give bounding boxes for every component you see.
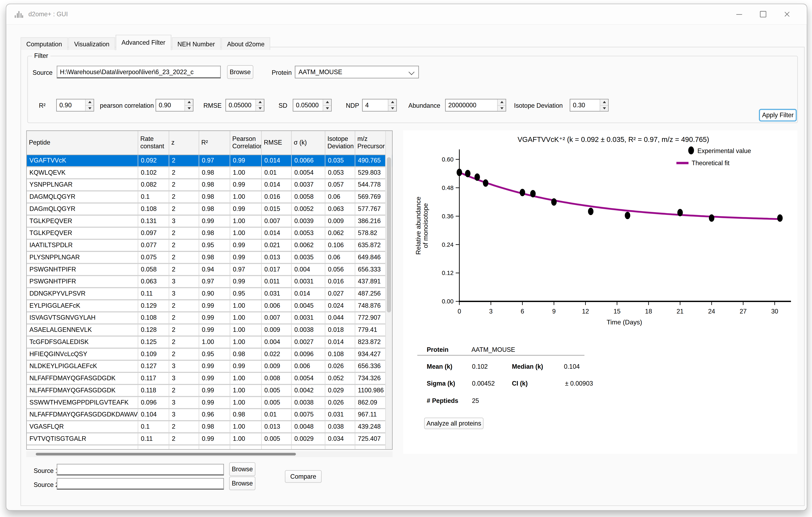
table-cell: 0.1 <box>138 421 169 432</box>
spin-down-icon[interactable] <box>600 106 608 111</box>
analyze-all-proteins-button[interactable]: Analyze all proteins <box>424 417 484 429</box>
table-cell: 2 <box>169 203 199 215</box>
table-cell: 487.256 <box>355 288 387 299</box>
table-row[interactable]: VGASFLQR0.120.981.000.0130.00480.038439.… <box>27 421 392 433</box>
table-cell: 0.022 <box>262 349 292 360</box>
table-row[interactable]: HFIEQGINVcLcQSY0.10920.950.980.0220.0096… <box>27 349 392 361</box>
source1-browse-button[interactable]: Browse <box>229 462 255 476</box>
svg-text:0.36: 0.36 <box>442 213 454 220</box>
spin-down-icon[interactable] <box>498 106 505 111</box>
table-row[interactable]: EYLPIGGLAEFcK0.12920.991.000.0060.00450.… <box>27 300 392 312</box>
table-vertical-scrollbar[interactable] <box>385 131 392 449</box>
table-row[interactable]: PSWGNHTPIFR0.05820.940.970.0170.0040.056… <box>27 264 392 276</box>
table-cell: 0.096 <box>138 397 169 408</box>
spin-up-icon[interactable] <box>86 100 93 106</box>
spin-up-icon[interactable] <box>323 100 331 106</box>
protein-combobox[interactable]: AATM_MOUSE <box>295 66 419 78</box>
column-header[interactable]: RMSE <box>262 131 292 155</box>
table-cell: 0.0038 <box>292 397 325 408</box>
tab-about-d2ome[interactable]: About d2ome <box>221 37 270 50</box>
table-row[interactable]: PLYSNPPLNGAR0.07520.980.990.0130.00350.0… <box>27 252 392 264</box>
r2-spinner[interactable]: 0.90 <box>56 99 94 111</box>
spin-up-icon[interactable] <box>185 100 193 106</box>
tab-computation[interactable]: Computation <box>21 37 68 50</box>
minimize-button[interactable] <box>727 4 751 24</box>
spin-up-icon[interactable] <box>600 100 608 106</box>
column-header[interactable]: z <box>169 131 199 155</box>
apply-filter-button[interactable]: Apply Filter <box>759 109 797 121</box>
column-header[interactable]: m/z Precursor <box>355 131 387 155</box>
table-cell: 0.98 <box>199 421 230 432</box>
source1-input[interactable] <box>57 464 224 475</box>
table-row[interactable]: ASAELALGENNEVLK0.12820.991.000.0090.0038… <box>27 324 392 336</box>
pearson-spinner[interactable]: 0.90 <box>155 99 194 111</box>
spin-up-icon[interactable] <box>388 100 396 106</box>
maximize-button[interactable] <box>751 4 775 24</box>
source-input[interactable] <box>57 66 221 78</box>
table-cell: 1.00 <box>230 421 262 432</box>
scrollbar-thumb[interactable] <box>36 453 296 456</box>
table-cell: 0.031 <box>325 409 355 420</box>
spin-up-icon[interactable] <box>498 100 505 106</box>
table-row[interactable]: DDNGKPYVLPSVR0.1130.900.950.0310.0140.02… <box>27 288 392 300</box>
ndp-spinner[interactable]: 4 <box>362 99 397 111</box>
table-horizontal-scrollbar[interactable] <box>26 451 393 457</box>
source2-browse-button[interactable]: Browse <box>229 477 255 490</box>
rmse-spinner[interactable]: 0.05000 <box>225 99 264 111</box>
table-row[interactable]: VGAFTVVcK0.09220.970.990.0140.00660.0354… <box>27 155 392 167</box>
chevron-down-icon <box>409 69 414 75</box>
table-row[interactable]: ISVAGVTSGNVGYLAH0.10820.991.000.0070.003… <box>27 312 392 325</box>
scrollbar-thumb[interactable] <box>387 157 391 312</box>
table-cell: 0.99 <box>199 324 230 335</box>
close-button[interactable] <box>775 4 799 24</box>
spin-down-icon[interactable] <box>388 106 396 111</box>
column-header[interactable]: Rate constant <box>138 131 169 155</box>
table-cell: 1.00 <box>230 191 262 202</box>
table-row[interactable]: TGLKPEQVER0.13130.991.000.0070.00390.009… <box>27 216 392 228</box>
table-row[interactable]: DAGmQLQGYR0.10820.980.990.0150.00520.063… <box>27 203 392 216</box>
table-cell: 0.021 <box>262 240 292 251</box>
sd-spinner[interactable]: 0.05000 <box>293 99 331 111</box>
table-row[interactable]: IAATILTSPDLR0.07720.950.990.0210.00620.1… <box>27 240 392 252</box>
table-row[interactable]: FVTVQTISGTGALR0.1120.991.000.0050.00290.… <box>27 433 392 445</box>
table-row[interactable]: SSWWTHVEMGPPDPILGVTEAFK0.09630.991.000.0… <box>27 397 392 409</box>
rmse-label: RMSE <box>203 102 222 109</box>
sigma-k-label: Sigma (k) <box>427 380 455 387</box>
table-row[interactable]: NLDKEYLPIGGLAEFcK0.12730.990.990.0090.00… <box>27 361 392 373</box>
table-cell: 0.058 <box>138 264 169 275</box>
tab-neh-number[interactable]: NEH Number <box>172 37 221 50</box>
abundance-spinner[interactable]: 20000000 <box>445 99 506 111</box>
column-header[interactable]: Peptide <box>27 131 138 155</box>
table-cell: 0.016 <box>262 191 292 202</box>
column-header[interactable]: Pearson Correlation <box>230 131 262 155</box>
spin-up-icon[interactable] <box>256 100 264 106</box>
table-row[interactable]: NLFAFFDMAYQGFASGDGDK0.11820.991.000.0050… <box>27 385 392 397</box>
table-cell: 2 <box>169 433 199 444</box>
table-cell: 0.99 <box>199 397 230 408</box>
spin-down-icon[interactable] <box>185 106 193 111</box>
column-header[interactable]: Isotope Deviation <box>325 131 355 155</box>
table-cell: 0.057 <box>325 180 355 191</box>
table-row[interactable]: NLFAFFDMAYQGFASGDGDKDAWAVR0.10430.960.98… <box>27 409 392 421</box>
table-row[interactable]: TcGFDFSGALEDISK0.12521.001.000.0040.0027… <box>27 336 392 349</box>
isotope-deviation-spinner[interactable]: 0.30 <box>570 99 609 111</box>
table-row[interactable]: YSNPPLNGAR0.08220.980.990.0140.00370.057… <box>27 180 392 192</box>
table-cell: 0.0066 <box>292 155 325 166</box>
source-browse-button[interactable]: Browse <box>227 65 253 79</box>
table-row[interactable]: TGLKPEQVER0.09720.981.000.0140.00530.062… <box>27 228 392 240</box>
table-row[interactable]: DAGMQLQGYR0.120.981.000.0160.00580.06569… <box>27 191 392 203</box>
table-cell: 862.09 <box>355 397 387 408</box>
table-cell: 0.007 <box>262 312 292 324</box>
compare-button[interactable]: Compare <box>285 470 322 483</box>
spin-down-icon[interactable] <box>323 106 331 111</box>
tab-advanced-filter[interactable]: Advanced Filter <box>116 35 171 51</box>
spin-down-icon[interactable] <box>86 106 93 111</box>
table-row[interactable]: KQWLQEVK0.10220.981.000.010.00540.053529… <box>27 167 392 180</box>
table-row[interactable]: PSWGNHTPIFR0.06330.970.990.0110.00310.01… <box>27 276 392 289</box>
spin-down-icon[interactable] <box>256 106 264 111</box>
source2-input[interactable] <box>57 478 224 490</box>
tab-visualization[interactable]: Visualization <box>68 37 115 50</box>
column-header[interactable]: σ (k) <box>292 131 325 155</box>
column-header[interactable]: R² <box>199 131 230 155</box>
table-row[interactable]: NLFAFFDMAYQGFASGDGDK0.11730.991.000.0080… <box>27 373 392 385</box>
